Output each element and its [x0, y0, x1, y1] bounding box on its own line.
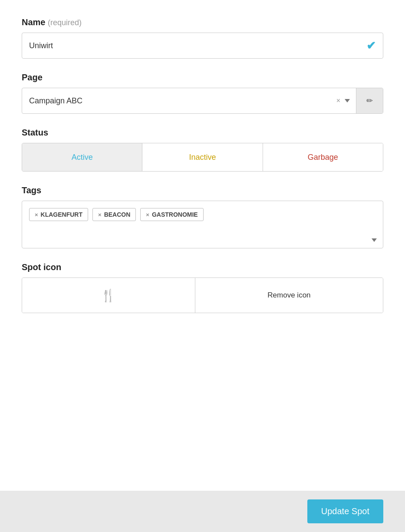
spot-icon-label: Spot icon — [22, 262, 383, 272]
name-label: Name (required) — [22, 17, 383, 27]
list-item: × KLAGENFURT — [29, 208, 88, 221]
spot-icon-field-group: Spot icon 🍴 Remove icon — [22, 262, 383, 313]
page-clear-button[interactable]: × — [336, 97, 340, 105]
remove-icon-button[interactable]: Remove icon — [195, 278, 383, 313]
tags-dropdown-arrow-icon[interactable] — [372, 238, 377, 242]
page-edit-button[interactable]: ✏ — [356, 88, 383, 113]
status-label: Status — [22, 128, 383, 138]
tags-wrapper: × KLAGENFURT × BEACON × GASTRONOMIE — [22, 201, 383, 248]
page-select-value: Campaign ABC — [22, 96, 330, 106]
name-input[interactable] — [29, 41, 366, 50]
page-select-wrapper: Campaign ABC × ✏ — [22, 88, 383, 114]
name-input-wrapper: ✔ — [22, 33, 383, 59]
list-item: × GASTRONOMIE — [140, 208, 203, 221]
page-field-group: Page Campaign ABC × ✏ — [22, 73, 383, 114]
tag-label: GASTRONOMIE — [152, 211, 198, 218]
pencil-icon: ✏ — [366, 96, 373, 106]
tag-remove-icon[interactable]: × — [35, 211, 38, 218]
tags-label: Tags — [22, 185, 383, 195]
status-inactive-button[interactable]: Inactive — [142, 143, 263, 171]
update-spot-button[interactable]: Update Spot — [307, 499, 383, 523]
status-field-group: Status Active Inactive Garbage — [22, 128, 383, 172]
page-label: Page — [22, 73, 383, 83]
footer: Update Spot — [0, 491, 405, 532]
status-active-button[interactable]: Active — [22, 143, 142, 171]
tag-remove-icon[interactable]: × — [98, 211, 102, 218]
page-dropdown-arrow-icon[interactable] — [345, 99, 350, 102]
list-item: × BEACON — [92, 208, 136, 221]
name-valid-check-icon: ✔ — [366, 39, 376, 53]
page-select-controls: × — [330, 97, 356, 105]
fork-knife-icon: 🍴 — [101, 288, 116, 303]
name-required-hint: (required) — [48, 18, 82, 27]
tag-label: KLAGENFURT — [41, 211, 82, 218]
tag-remove-icon[interactable]: × — [146, 211, 149, 218]
tags-field-group: Tags × KLAGENFURT × BEACON × GASTRONOMIE — [22, 185, 383, 248]
status-garbage-button[interactable]: Garbage — [263, 143, 383, 171]
status-group: Active Inactive Garbage — [22, 143, 383, 172]
tag-label: BEACON — [104, 211, 131, 218]
name-field-group: Name (required) ✔ — [22, 17, 383, 59]
spot-icon-group: 🍴 Remove icon — [22, 278, 383, 313]
spot-icon-preview: 🍴 — [22, 278, 195, 313]
